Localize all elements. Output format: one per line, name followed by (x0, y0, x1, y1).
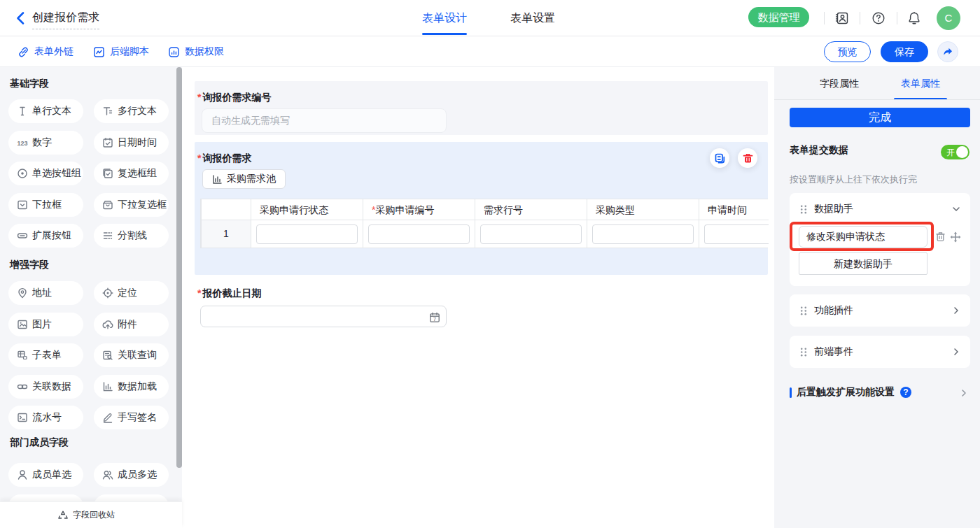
svg-text:123: 123 (17, 139, 27, 146)
svg-text:7: 7 (433, 316, 437, 322)
